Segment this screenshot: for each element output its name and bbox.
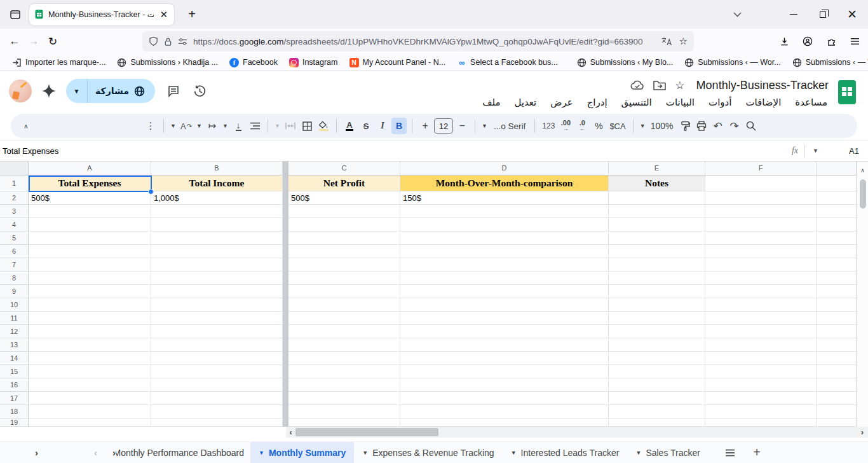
cell-F11[interactable] <box>705 312 817 325</box>
bookmark-star-icon[interactable]: ☆ <box>679 36 688 47</box>
frozen-columns-divider[interactable] <box>283 418 288 427</box>
cell-partial15[interactable] <box>817 365 857 378</box>
cell-B15[interactable] <box>151 365 283 378</box>
fill-handle[interactable] <box>148 189 154 195</box>
cell-E18[interactable] <box>609 405 705 418</box>
cell-partial5[interactable] <box>817 232 857 245</box>
row-header-18[interactable]: 18 <box>0 405 29 418</box>
frozen-columns-divider[interactable] <box>283 191 288 205</box>
text-wrap-dropdown[interactable]: ▼ <box>195 118 203 134</box>
list-all-tabs-icon[interactable] <box>726 5 748 24</box>
row-header-4[interactable]: 4 <box>0 218 29 232</box>
row-header-5[interactable]: 5 <box>0 232 29 245</box>
column-header-B[interactable]: B <box>151 162 283 176</box>
row-header-6[interactable]: 6 <box>0 245 29 258</box>
cell-C2[interactable]: 500$ <box>288 191 400 205</box>
fill-color-icon[interactable] <box>316 118 331 134</box>
cell-D12[interactable] <box>400 325 609 338</box>
cell-D14[interactable] <box>400 352 609 365</box>
vertical-tabs-icon[interactable] <box>6 6 24 24</box>
row-header-10[interactable]: 10 <box>0 298 29 312</box>
cell-F14[interactable] <box>705 352 817 365</box>
sheet-tab-monthly-summary[interactable]: ▼ Monthly Summary <box>250 442 354 463</box>
scroll-up-icon[interactable]: ∧ <box>860 164 865 177</box>
frozen-columns-divider[interactable] <box>283 365 288 378</box>
text-wrap-icon[interactable]: ↦ <box>205 118 220 134</box>
percent-icon[interactable]: % <box>591 118 606 134</box>
increase-decimal-icon[interactable]: .0← <box>574 118 590 134</box>
cell-B17[interactable] <box>151 392 283 405</box>
cell-D6[interactable] <box>400 245 609 258</box>
cell-D3[interactable] <box>400 205 609 218</box>
name-box[interactable]: A1 <box>827 146 868 156</box>
collapse-toolbar-icon[interactable]: ∧ <box>18 118 34 134</box>
row-header-14[interactable]: 14 <box>0 352 29 365</box>
cell-C18[interactable] <box>288 405 400 418</box>
cell-E5[interactable] <box>609 232 705 245</box>
cell-F10[interactable] <box>705 298 817 312</box>
frozen-columns-divider[interactable] <box>283 245 288 258</box>
row-header-8[interactable]: 8 <box>0 272 29 285</box>
cell-B3[interactable] <box>151 205 283 218</box>
cell-partial2[interactable] <box>817 191 857 205</box>
column-header-partial[interactable] <box>817 162 857 176</box>
frozen-columns-divider[interactable] <box>283 338 288 352</box>
column-header-D[interactable]: D <box>400 162 609 176</box>
name-box-dropdown[interactable]: ▼ <box>805 148 827 154</box>
back-button[interactable]: ← <box>5 32 24 51</box>
undo-icon[interactable]: ↶ <box>710 118 726 134</box>
share-button[interactable]: ▼ مشاركة <box>66 79 155 103</box>
strikethrough-icon[interactable]: S <box>358 118 374 134</box>
cell-C3[interactable] <box>288 205 400 218</box>
sidebar-expand-icon[interactable]: › <box>35 447 38 458</box>
tab-close-icon[interactable]: ✕ <box>158 9 169 20</box>
text-color-icon[interactable]: A <box>342 118 357 134</box>
move-folder-icon[interactable] <box>653 80 666 90</box>
forward-button[interactable]: → <box>24 32 43 51</box>
cell-E6[interactable] <box>609 245 705 258</box>
cell-A3[interactable] <box>29 205 151 218</box>
cell-B12[interactable] <box>151 325 283 338</box>
cell-E1[interactable]: Notes <box>609 176 705 191</box>
sheet-tab-menu-icon[interactable]: ▼ <box>362 450 368 456</box>
decrease-font-icon[interactable]: − <box>454 118 470 134</box>
account-button[interactable] <box>798 32 817 51</box>
increase-font-icon[interactable]: + <box>417 118 433 134</box>
cell-C9[interactable] <box>288 285 400 298</box>
cell-F13[interactable] <box>705 338 817 352</box>
menu-edit[interactable]: تعديل <box>513 96 538 109</box>
frozen-columns-divider[interactable] <box>283 352 288 365</box>
frozen-columns-divider[interactable] <box>283 312 288 325</box>
minimize-button[interactable] <box>783 5 804 24</box>
cell-D8[interactable] <box>400 272 609 285</box>
cell-F4[interactable] <box>705 218 817 232</box>
frozen-columns-divider[interactable] <box>283 218 288 232</box>
row-header-16[interactable]: 16 <box>0 378 29 392</box>
cell-F9[interactable] <box>705 285 817 298</box>
cell-B16[interactable] <box>151 378 283 392</box>
row-header-13[interactable]: 13 <box>0 338 29 352</box>
cell-partial16[interactable] <box>817 378 857 392</box>
vertical-align-icon[interactable]: ↓ <box>231 118 246 134</box>
column-header-A[interactable]: A <box>29 162 151 176</box>
vertical-scrollbar[interactable]: ∧ <box>857 162 868 427</box>
bookmark-item[interactable]: Submissions ‹ — Wor... <box>679 55 786 69</box>
cell-F18[interactable] <box>705 405 817 418</box>
cell-partial17[interactable] <box>817 392 857 405</box>
star-document-icon[interactable]: ☆ <box>675 79 684 92</box>
cell-B6[interactable] <box>151 245 283 258</box>
translate-icon[interactable] <box>661 37 672 46</box>
row-header-1[interactable]: 1 <box>0 176 29 191</box>
cell-partial13[interactable] <box>817 338 857 352</box>
cell-C11[interactable] <box>288 312 400 325</box>
close-button[interactable]: ✕ <box>841 5 863 24</box>
cell-E9[interactable] <box>609 285 705 298</box>
frozen-columns-divider[interactable] <box>283 232 288 245</box>
cell-C1[interactable]: Net Profit <box>288 176 400 191</box>
bookmark-item[interactable]: N My Account Panel - N... <box>344 55 452 69</box>
cell-A15[interactable] <box>29 365 151 378</box>
bold-icon[interactable]: B <box>391 118 407 134</box>
gemini-icon[interactable] <box>42 84 56 98</box>
row-header-17[interactable]: 17 <box>0 392 29 405</box>
cell-D15[interactable] <box>400 365 609 378</box>
